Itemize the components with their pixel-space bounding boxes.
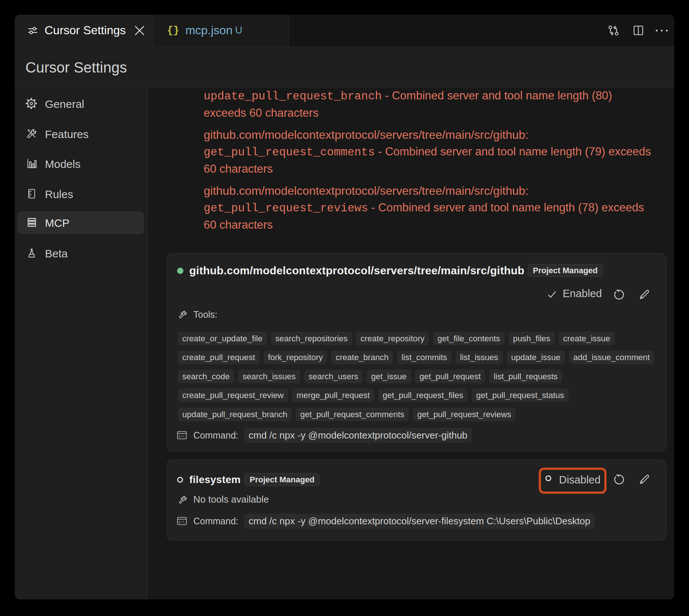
- svg-text:C:\: C:\: [179, 435, 184, 439]
- svg-text:C:\: C:\: [179, 521, 184, 524]
